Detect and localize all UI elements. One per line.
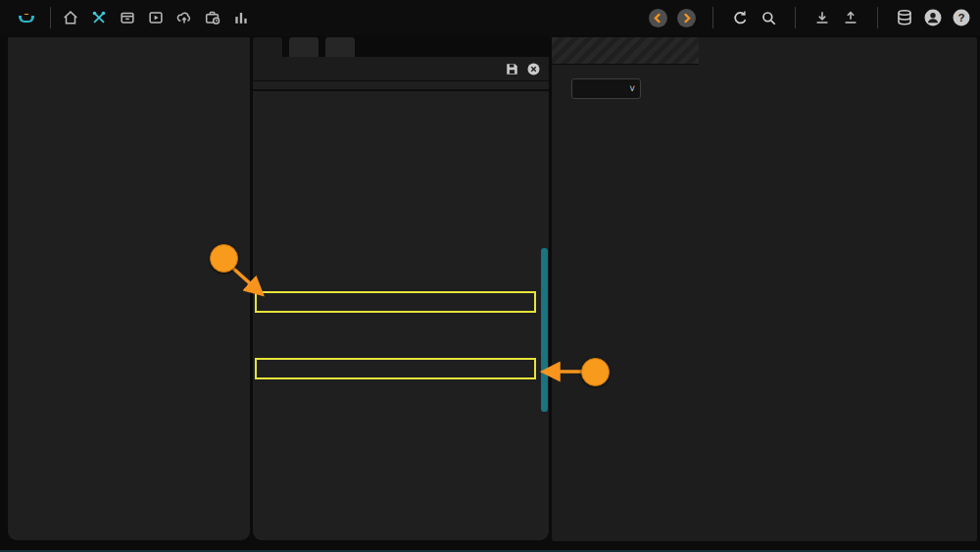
- svg-text:?: ?: [957, 12, 964, 24]
- properties-panel: [253, 57, 549, 540]
- divider: [712, 7, 713, 28]
- tab-tester[interactable]: [289, 37, 318, 57]
- save-icon[interactable]: [504, 61, 519, 76]
- divider: [50, 7, 51, 28]
- scrollbar-thumb[interactable]: [541, 248, 548, 412]
- batches-box-icon[interactable]: [117, 7, 138, 28]
- properties-header: [253, 57, 549, 81]
- tools-icon[interactable]: [88, 7, 110, 28]
- help-icon[interactable]: ?: [951, 7, 972, 28]
- cloud-upload-icon[interactable]: [173, 7, 195, 28]
- user-icon[interactable]: [922, 7, 944, 28]
- context-breadcrumb: [350, 0, 405, 35]
- tab-advanced[interactable]: [325, 37, 355, 57]
- tab-bar: [253, 37, 355, 57]
- refresh-icon[interactable]: [729, 7, 751, 28]
- property-description: [253, 89, 549, 128]
- bar-chart-icon[interactable]: [230, 7, 252, 28]
- back-button[interactable]: [647, 7, 668, 28]
- top-bar: ?: [0, 0, 980, 35]
- database-icon[interactable]: [894, 7, 915, 28]
- briefcase-clock-icon[interactable]: [202, 7, 223, 28]
- divider: [877, 7, 878, 28]
- download-icon[interactable]: [811, 7, 833, 28]
- search-icon[interactable]: [758, 7, 779, 28]
- preview-header: [552, 37, 699, 65]
- callout-circle-1: [210, 244, 238, 273]
- logo-g: [24, 14, 28, 15]
- divider: [795, 7, 796, 28]
- preview-panel: ˅: [552, 37, 977, 541]
- home-icon[interactable]: [60, 7, 81, 28]
- chevron-down-icon: ˅: [629, 84, 635, 94]
- callout-circle-2: [581, 358, 610, 386]
- node-tree-panel: [8, 37, 250, 540]
- preview-dropdown[interactable]: ˅: [571, 78, 641, 99]
- app-logo[interactable]: [12, 5, 41, 30]
- play-box-icon[interactable]: [145, 7, 167, 28]
- tab-data-field[interactable]: [253, 37, 282, 57]
- forward-button[interactable]: [675, 7, 697, 28]
- app-window: ?: [0, 0, 980, 552]
- upload-icon[interactable]: [840, 7, 861, 28]
- logo-anchor-icon: [19, 16, 34, 23]
- close-icon[interactable]: [525, 61, 541, 76]
